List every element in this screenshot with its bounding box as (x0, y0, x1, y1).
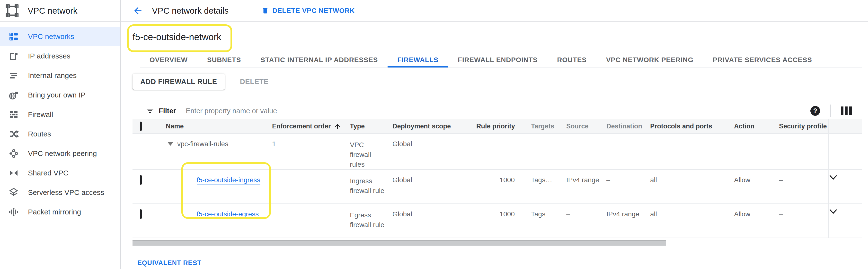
sidebar-item-label: Shared VPC (28, 169, 68, 177)
sidebar-item-vpc-networks[interactable]: VPC networks (0, 27, 120, 46)
network-name-row: f5-ce-outside-network (132, 22, 868, 52)
cell-protocols-ports: all (644, 169, 727, 204)
product-title: VPC network (28, 6, 77, 16)
tab-subnets[interactable]: SUBNETS (197, 52, 251, 68)
firewall-rule-link-egress[interactable]: f5-ce-outside-egress (197, 210, 259, 218)
cell-type: VPC firewall rules (345, 134, 389, 169)
column-header-targets[interactable]: Targets (518, 119, 564, 134)
sidebar-item-internal-ranges[interactable]: Internal ranges (0, 66, 120, 85)
column-header-action[interactable]: Action (727, 119, 775, 134)
cell-protocols-ports: all (644, 204, 727, 238)
filter-left: Filter (146, 106, 810, 115)
routes-icon (8, 129, 19, 139)
sidebar-item-firewall[interactable]: Firewall (0, 105, 120, 124)
equivalent-rest-button[interactable]: EQUIVALENT REST (137, 259, 202, 267)
delete-rule-button[interactable]: DELETE (240, 78, 269, 86)
tab-overview[interactable]: OVERVIEW (140, 52, 197, 68)
tab-static-internal-ip-addresses[interactable]: STATIC INTERNAL IP ADDRESSES (251, 52, 388, 68)
firewall-rule-link-ingress[interactable]: f5-ce-outside-ingress (197, 176, 260, 184)
table-row-ingress-rule: f5-ce-outside-ingress Ingress firewall r… (132, 169, 862, 204)
cell-enforcement-order: 1 (269, 134, 345, 169)
sidebar-item-label: Internal ranges (28, 72, 76, 80)
sidebar: VPC network (0, 0, 121, 269)
cell-destination: – (603, 169, 644, 204)
horizontal-scrollbar (132, 240, 862, 246)
column-header-destination[interactable]: Destination (603, 119, 644, 134)
cell-deployment-scope: Global (389, 169, 476, 204)
sidebar-item-routes[interactable]: Routes (0, 124, 120, 144)
cell-deployment-scope: Global (389, 204, 476, 238)
expand-row-chevron-icon[interactable] (829, 209, 862, 214)
cell-security-profile: – (775, 204, 829, 238)
filter-right: ? (810, 105, 862, 117)
cell-rule-priority: 1000 (476, 169, 518, 204)
sidebar-item-label: Serverless VPC access (28, 188, 104, 197)
row-checkbox[interactable] (140, 209, 142, 219)
sidebar-item-shared-vpc[interactable]: Shared VPC (0, 163, 120, 183)
column-header-protocols-ports[interactable]: Protocols and ports (644, 119, 727, 134)
select-all-checkbox[interactable] (140, 122, 142, 131)
help-icon[interactable]: ? (810, 106, 820, 116)
firewall-toolbar: ADD FIREWALL RULE DELETE (132, 74, 868, 90)
column-header-name[interactable]: Name (160, 119, 269, 134)
sidebar-item-label: IP addresses (28, 52, 70, 60)
sidebar-item-label: Packet mirroring (28, 208, 81, 216)
collapse-triangle-icon[interactable] (167, 142, 173, 146)
delete-vpc-network-button[interactable]: DELETE VPC NETWORK (258, 7, 355, 15)
tab-private-services-access[interactable]: PRIVATE SERVICES ACCESS (703, 52, 822, 68)
firewall-icon (8, 109, 19, 120)
filter-icon (146, 106, 154, 115)
column-header-type[interactable]: Type (345, 119, 389, 134)
sidebar-item-label: VPC network peering (28, 150, 97, 158)
column-display-icon[interactable] (841, 106, 852, 115)
firewall-table-card: Filter ? (132, 102, 862, 267)
filter-label: Filter (159, 107, 176, 115)
shared-vpc-icon (8, 168, 19, 178)
vpc-network-logo-icon (5, 3, 20, 18)
vpc-network-details-page: VPC network (0, 0, 868, 269)
sidebar-item-label: Routes (28, 130, 51, 138)
cell-action: Allow (727, 204, 775, 238)
expand-row-chevron-icon[interactable] (829, 175, 862, 180)
tab-vpc-network-peering[interactable]: VPC NETWORK PEERING (596, 52, 703, 68)
cell-destination: IPv4 range (603, 204, 644, 238)
tab-firewalls[interactable]: FIREWALLS (388, 52, 448, 68)
cell-action: Allow (727, 169, 775, 204)
cell-type: Egress firewall rule (345, 204, 389, 238)
trash-icon (261, 7, 269, 15)
firewall-rules-table: Name Enforcement order (132, 119, 862, 238)
cell-source: – (564, 204, 603, 238)
sidebar-header: VPC network (0, 0, 120, 22)
packet-mirroring-icon (8, 207, 19, 217)
column-header-rule-priority[interactable]: Rule priority (476, 119, 518, 134)
tab-firewall-endpoints[interactable]: FIREWALL ENDPOINTS (448, 52, 547, 68)
main-area: VPC network details DELETE VPC NETWORK f… (121, 0, 868, 269)
table-header-row: Name Enforcement order (132, 119, 862, 134)
sidebar-item-ip-addresses[interactable]: IP addresses (0, 46, 120, 66)
column-header-enforcement-order[interactable]: Enforcement order (269, 119, 345, 134)
add-firewall-rule-button[interactable]: ADD FIREWALL RULE (132, 74, 225, 90)
cell-rule-priority: 1000 (476, 204, 518, 238)
sidebar-item-bring-your-own-ip[interactable]: Bring your own IP (0, 85, 120, 105)
row-checkbox[interactable] (140, 175, 142, 185)
column-header-security-profile[interactable]: Security profile groups (775, 119, 829, 134)
filter-input[interactable] (186, 107, 405, 115)
sidebar-item-label: Firewall (28, 110, 53, 119)
cell-source: IPv4 range (564, 169, 603, 204)
vpc-network-peering-icon (8, 148, 19, 159)
tab-routes[interactable]: ROUTES (547, 52, 596, 68)
sidebar-item-vpc-network-peering[interactable]: VPC network peering (0, 144, 120, 163)
column-header-source[interactable]: Source (564, 119, 603, 134)
horizontal-scrollbar-thumb[interactable] (132, 240, 666, 246)
cell-type: Ingress firewall rule (345, 169, 389, 204)
sidebar-nav: VPC networks IP addresses (0, 22, 120, 222)
back-arrow-icon[interactable] (132, 5, 143, 16)
filter-divider (830, 105, 831, 117)
cell-targets: Tags… (518, 169, 564, 204)
sidebar-item-serverless-vpc-access[interactable]: Serverless VPC access (0, 183, 120, 202)
page-header: VPC network details DELETE VPC NETWORK (121, 0, 868, 22)
column-header-deployment-scope[interactable]: Deployment scope (389, 119, 476, 134)
cell-security-profile: – (775, 169, 829, 204)
sort-ascending-icon[interactable] (334, 123, 341, 130)
sidebar-item-packet-mirroring[interactable]: Packet mirroring (0, 202, 120, 222)
